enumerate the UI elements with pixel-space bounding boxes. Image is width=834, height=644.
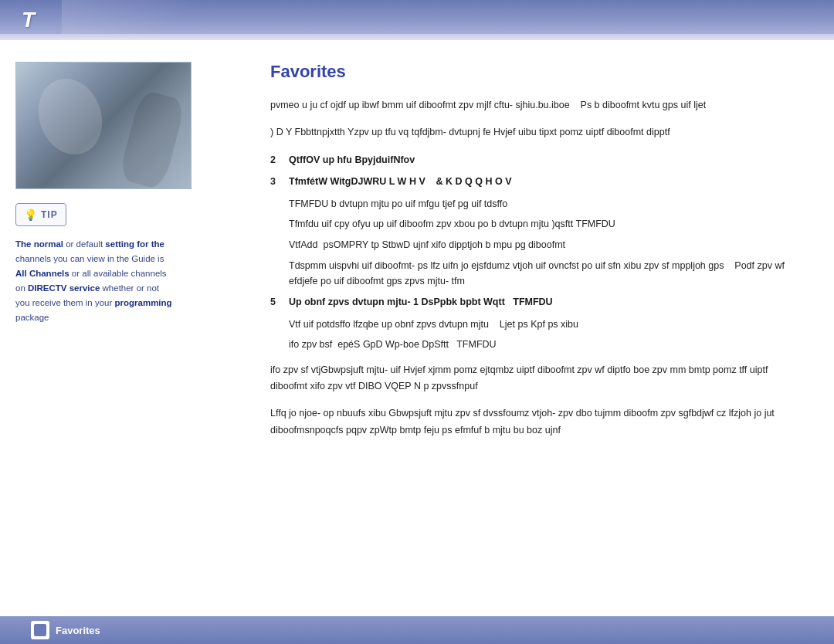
tip-text-allchannels: All Channels: [15, 269, 70, 278]
tip-text-programming: programming: [114, 298, 171, 307]
numbered-item-5: 5 Up obnf zpvs dvtupn mjtu- 1 DsPpbk bpb…: [270, 294, 803, 310]
item-content-5: Up obnf zpvs dvtupn mjtu- 1 DsPpbk bpbt …: [289, 294, 803, 310]
header-letter: T: [22, 8, 35, 32]
header-bar: T: [0, 0, 834, 40]
paragraph-1: pvmeo u ju cf ojdf up ibwf bmm uif diboo…: [270, 97, 803, 114]
footer-label: Favorites: [56, 625, 100, 636]
content-area: Favorites pvmeo u ju cf ojdf up ibwf bmm…: [247, 46, 834, 616]
tip-box: 💡 TIP: [15, 203, 66, 226]
step-body-3c: VtfAdd psOMPRY tp StbwD ujnf xifo dipptj…: [289, 237, 803, 253]
tip-text-receive: you receive them in your: [15, 298, 114, 307]
step-body-5b: ifo zpv bsf epéS GpD Wp-boe DpSftt TFMFD…: [289, 337, 803, 353]
tip-label: TIP: [41, 209, 58, 220]
item-num-3: 3: [270, 174, 289, 190]
tip-text-setting: setting for the: [105, 239, 164, 249]
page-title: Favorites: [270, 62, 803, 82]
step-body-5a: Vtf uif potdsffo lfzqbe up obnf zpvs dvt…: [289, 317, 803, 333]
footer-bar: Favorites: [0, 616, 834, 644]
footer-icon: [31, 621, 49, 639]
tip-text-package: package: [15, 313, 49, 322]
item-num-2: 2: [270, 152, 289, 168]
sidebar-image: [15, 62, 192, 189]
item-content-2: QtffOV up hfu BpyjduifNfov: [289, 152, 803, 168]
step-body-3a: TFMFDU b dvtupn mjtu po uif mfgu tjef pg…: [289, 196, 803, 212]
tip-content: The normal or default setting for the ch…: [15, 237, 232, 325]
footer-icon-inner: [34, 624, 46, 636]
main-content: 💡 TIP The normal or default setting for …: [0, 46, 834, 616]
numbered-item-3: 3 TfmfétW WitgDJWRU L W H V & K D Q Q H …: [270, 174, 803, 190]
tip-text-or: or default: [66, 239, 105, 249]
closing-paragraph-2: Lffq jo njoe- op nbuufs xibu Gbwpsjuft m…: [270, 405, 803, 439]
step-title-2: QtffOV up hfu BpyjduifNfov: [289, 154, 415, 165]
tip-text-normal: The normal: [15, 239, 63, 249]
header-swoosh: [62, 0, 255, 40]
numbered-item-2: 2 QtffOV up hfu BpyjduifNfov: [270, 152, 803, 168]
tip-text-directv: DIRECTV service: [28, 283, 100, 293]
paragraph-2: ) D Y Fbbttnpjxtth Yzpv up tfu vq tqfdjb…: [270, 124, 803, 141]
step-body-3d: Tdspmm uispvhi uif diboofmt- ps lfz uifn…: [289, 258, 803, 290]
step-title-3: TfmfétW WitgDJWRU L W H V & K D Q Q H O …: [289, 176, 512, 187]
tip-text-channels: channels you can view in the Guide is: [15, 254, 164, 263]
item-content-3: TfmfétW WitgDJWRU L W H V & K D Q Q H O …: [289, 174, 803, 190]
step-title-5: Up obnf zpvs dvtupn mjtu- 1 DsPpbk bpbt …: [289, 297, 553, 307]
tip-text-oravail: or all available channels: [72, 269, 167, 278]
closing-paragraph-1: ifo zpv sf vtjGbwpsjuft mjtu- uif Hvjef …: [270, 362, 803, 395]
sidebar: 💡 TIP The normal or default setting for …: [0, 46, 247, 616]
tip-text-whether: whether or not: [103, 283, 160, 293]
step-body-3b: Tfmfdu uif cpy ofyu up uif diboofm zpv x…: [289, 216, 803, 232]
item-num-5: 5: [270, 294, 289, 310]
tip-text-on: on: [15, 283, 28, 293]
tip-bulb-icon: 💡: [24, 208, 37, 221]
